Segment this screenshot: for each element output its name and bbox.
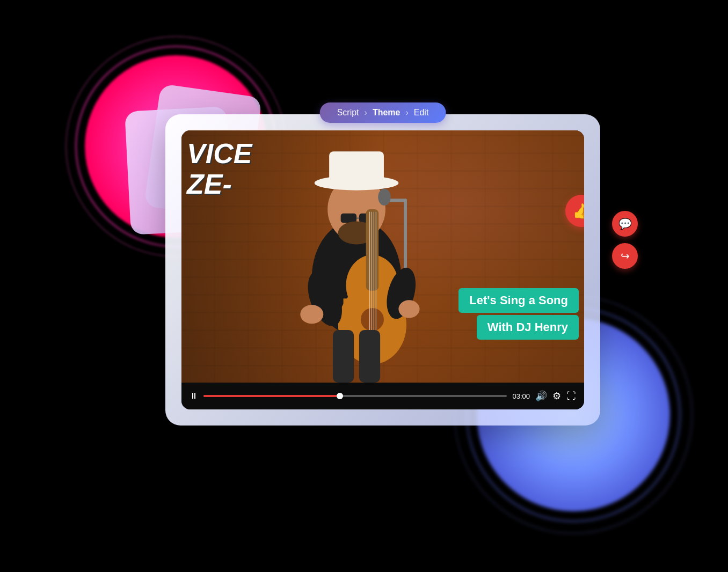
caption-line2: With DJ Henry xyxy=(477,315,579,340)
progress-thumb[interactable] xyxy=(337,393,343,399)
main-scene: Script › Theme › Edit xyxy=(69,45,659,527)
time-display: 03:00 xyxy=(512,392,530,400)
svg-rect-15 xyxy=(366,209,379,291)
svg-point-22 xyxy=(300,305,323,324)
sign-line2: ZE- xyxy=(187,169,252,200)
progress-fill xyxy=(203,395,340,397)
breadcrumb-sep-2: › xyxy=(405,108,408,118)
caption-line1: Let's Sing a Song xyxy=(458,288,579,313)
svg-point-10 xyxy=(378,189,391,206)
share-button[interactable]: ↪ xyxy=(612,243,638,269)
volume-button[interactable]: 🔊 xyxy=(535,390,547,402)
video-controls-bar[interactable]: ⏸ 03:00 🔊 ⚙ ⛶ xyxy=(181,383,584,409)
breadcrumb-theme[interactable]: Theme xyxy=(373,108,401,118)
svg-point-23 xyxy=(398,300,419,318)
svg-point-14 xyxy=(361,308,384,331)
breadcrumb-script[interactable]: Script xyxy=(337,108,359,118)
sign-line1: VICE xyxy=(187,138,252,169)
pause-button[interactable]: ⏸ xyxy=(190,391,198,401)
comment-button[interactable]: 💬 xyxy=(612,211,638,237)
share-icon: ↪ xyxy=(621,250,630,262)
breadcrumb[interactable]: Script › Theme › Edit xyxy=(320,102,446,123)
fullscreen-button[interactable]: ⛶ xyxy=(566,391,576,402)
side-actions: 💬 ↪ xyxy=(612,211,638,269)
progress-bar[interactable] xyxy=(203,395,507,397)
breadcrumb-sep-1: › xyxy=(365,108,367,118)
settings-button[interactable]: ⚙ xyxy=(552,390,561,402)
svg-rect-25 xyxy=(359,330,380,383)
sign-text: VICE ZE- xyxy=(187,138,252,200)
breadcrumb-edit[interactable]: Edit xyxy=(414,108,429,118)
like-icon: 👍 xyxy=(572,202,585,220)
svg-rect-3 xyxy=(329,151,384,186)
comment-icon: 💬 xyxy=(618,217,632,230)
svg-rect-24 xyxy=(333,330,354,383)
video-scene: VICE ZE- 👍 Let's Sing a Song With DJ Hen… xyxy=(181,130,584,383)
main-card: Script › Theme › Edit xyxy=(165,114,600,426)
video-player[interactable]: VICE ZE- 👍 Let's Sing a Song With DJ Hen… xyxy=(181,130,584,409)
